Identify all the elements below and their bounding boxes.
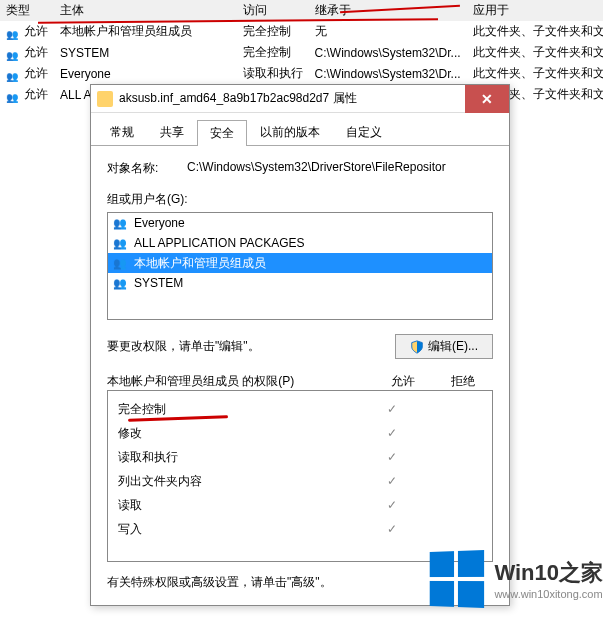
users-icon bbox=[112, 255, 128, 271]
permission-row[interactable]: 读取和执行✓ bbox=[108, 445, 492, 469]
watermark-title: Win10之家 bbox=[494, 558, 603, 588]
tab-自定义[interactable]: 自定义 bbox=[333, 119, 395, 145]
allow-check-icon: ✓ bbox=[362, 474, 422, 488]
permission-name: 修改 bbox=[118, 425, 362, 442]
edit-button[interactable]: 编辑(E)... bbox=[395, 334, 493, 359]
properties-dialog: aksusb.inf_amd64_8a9b17b2ac98d2d7 属性 ✕ 常… bbox=[90, 84, 510, 606]
table-row[interactable]: 允许本地帐户和管理员组成员完全控制无此文件夹、子文件夹和文件 bbox=[0, 21, 603, 42]
table-row[interactable]: 允许SYSTEM完全控制C:\Windows\System32\Dr...此文件… bbox=[0, 42, 603, 63]
object-name-value: C:\Windows\System32\DriverStore\FileRepo… bbox=[187, 160, 493, 177]
tab-常规[interactable]: 常规 bbox=[97, 119, 147, 145]
group-users-label: 组或用户名(G): bbox=[107, 191, 493, 208]
users-icon bbox=[6, 90, 20, 100]
permissions-listbox[interactable]: 完全控制✓修改✓读取和执行✓列出文件夹内容✓读取✓写入✓ bbox=[107, 390, 493, 562]
col-access: 访问 bbox=[237, 0, 309, 21]
windows-logo-icon bbox=[430, 550, 484, 608]
user-name: Everyone bbox=[134, 216, 185, 230]
shield-icon bbox=[410, 340, 424, 354]
col-principal: 主体 bbox=[54, 0, 237, 21]
allow-check-icon: ✓ bbox=[362, 522, 422, 536]
allow-check-icon: ✓ bbox=[362, 402, 422, 416]
users-icon bbox=[6, 48, 20, 58]
group-users-listbox[interactable]: EveryoneALL APPLICATION PACKAGES本地帐户和管理员… bbox=[107, 212, 493, 320]
list-item[interactable]: 本地帐户和管理员组成员 bbox=[108, 253, 492, 273]
allow-check-icon: ✓ bbox=[362, 450, 422, 464]
titlebar[interactable]: aksusb.inf_amd64_8a9b17b2ac98d2d7 属性 ✕ bbox=[91, 85, 509, 113]
permission-name: 读取 bbox=[118, 497, 362, 514]
users-icon bbox=[112, 275, 128, 291]
close-button[interactable]: ✕ bbox=[465, 85, 509, 113]
users-icon bbox=[112, 215, 128, 231]
col-applies: 应用于 bbox=[467, 0, 603, 21]
permission-name: 写入 bbox=[118, 521, 362, 538]
table-row[interactable]: 允许Everyone读取和执行C:\Windows\System32\Dr...… bbox=[0, 63, 603, 84]
security-panel: 对象名称: C:\Windows\System32\DriverStore\Fi… bbox=[91, 146, 509, 605]
permissions-header-allow: 允许 bbox=[373, 373, 433, 390]
list-item[interactable]: ALL APPLICATION PACKAGES bbox=[108, 233, 492, 253]
users-icon bbox=[6, 69, 20, 79]
user-name: SYSTEM bbox=[134, 276, 183, 290]
permission-name: 读取和执行 bbox=[118, 449, 362, 466]
watermark: Win10之家 www.win10xitong.com bbox=[428, 551, 603, 607]
permission-name: 列出文件夹内容 bbox=[118, 473, 362, 490]
col-type: 类型 bbox=[0, 0, 54, 21]
folder-icon bbox=[97, 91, 113, 107]
permission-row[interactable]: 读取✓ bbox=[108, 493, 492, 517]
edit-button-label: 编辑(E)... bbox=[428, 338, 478, 355]
users-icon bbox=[6, 27, 20, 37]
user-name: ALL APPLICATION PACKAGES bbox=[134, 236, 305, 250]
permission-row[interactable]: 写入✓ bbox=[108, 517, 492, 541]
permission-row[interactable]: 列出文件夹内容✓ bbox=[108, 469, 492, 493]
watermark-url: www.win10xitong.com bbox=[494, 588, 603, 600]
allow-check-icon: ✓ bbox=[362, 426, 422, 440]
tab-共享[interactable]: 共享 bbox=[147, 119, 197, 145]
tab-以前的版本[interactable]: 以前的版本 bbox=[247, 119, 333, 145]
object-name-label: 对象名称: bbox=[107, 160, 187, 177]
tabstrip: 常规共享安全以前的版本自定义 bbox=[91, 113, 509, 146]
allow-check-icon: ✓ bbox=[362, 498, 422, 512]
permissions-header-deny: 拒绝 bbox=[433, 373, 493, 390]
permission-row[interactable]: 修改✓ bbox=[108, 421, 492, 445]
tab-安全[interactable]: 安全 bbox=[197, 120, 247, 146]
window-title: aksusb.inf_amd64_8a9b17b2ac98d2d7 属性 bbox=[119, 90, 465, 107]
user-name: 本地帐户和管理员组成员 bbox=[134, 255, 266, 272]
edit-hint-text: 要更改权限，请单击"编辑"。 bbox=[107, 338, 395, 355]
list-item[interactable]: SYSTEM bbox=[108, 273, 492, 293]
permissions-header-label: 本地帐户和管理员组成员 的权限(P) bbox=[107, 373, 373, 390]
list-item[interactable]: Everyone bbox=[108, 213, 492, 233]
users-icon bbox=[112, 235, 128, 251]
permission-name: 完全控制 bbox=[118, 401, 362, 418]
